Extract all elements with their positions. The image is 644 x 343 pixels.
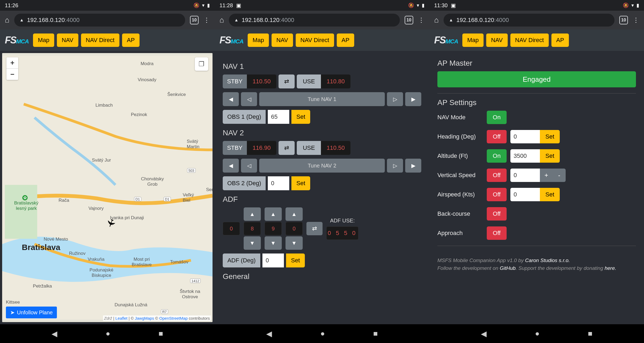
heading-input[interactable]: 0: [510, 130, 540, 143]
vs-input[interactable]: 0: [510, 169, 540, 182]
layers-button[interactable]: ❐: [195, 57, 208, 71]
vs-minus-button[interactable]: -: [553, 169, 566, 182]
zoom-out-button[interactable]: −: [6, 69, 18, 80]
tab-map[interactable]: Map: [248, 33, 269, 47]
heading-set-button[interactable]: Set: [540, 130, 560, 143]
battery-icon: ▮: [422, 2, 425, 8]
caron-link[interactable]: Caron Studios s.r.o.: [525, 258, 570, 263]
osm-link[interactable]: OpenStreetMap: [159, 316, 188, 320]
nav1-fine-down-button[interactable]: ◁: [241, 92, 257, 106]
home-nav-icon[interactable]: ●: [320, 329, 325, 338]
airspeed-toggle[interactable]: Off: [487, 188, 507, 201]
adf-d1-down-button[interactable]: ▼: [244, 236, 261, 250]
map-content[interactable]: Modra Vinosady Šenkvice Limbach Pezinok …: [0, 51, 215, 324]
url-field[interactable]: ▲ 192.168.0.120:4000: [229, 14, 400, 27]
adf-d3-down-button[interactable]: ▼: [286, 236, 303, 250]
airspeed-set-button[interactable]: Set: [540, 188, 560, 201]
tab-count[interactable]: 10: [190, 16, 199, 24]
recents-icon[interactable]: ■: [588, 329, 592, 338]
jawg-link[interactable]: JawgMaps: [135, 316, 154, 320]
map-label: Nové Mesto: [44, 237, 68, 242]
menu-dots-icon[interactable]: ⋮: [633, 16, 639, 24]
url-field[interactable]: ▲ 192.168.0.120:4000: [14, 14, 185, 27]
adf-d2-down-button[interactable]: ▼: [265, 236, 282, 250]
altitude-toggle[interactable]: On: [487, 149, 507, 163]
android-navbar: ◀ ● ■: [0, 324, 215, 343]
tab-nav-direct[interactable]: NAV Direct: [296, 33, 334, 47]
menu-dots-icon[interactable]: ⋮: [203, 16, 210, 24]
nav2-swap-button[interactable]: ⇄: [279, 141, 295, 155]
nav2-fine-down-button[interactable]: ◁: [241, 159, 257, 173]
obs2-set-button[interactable]: Set: [291, 176, 310, 190]
adf-swap-button[interactable]: ⇄: [306, 222, 323, 235]
tab-nav[interactable]: NAV: [486, 33, 508, 47]
navmode-toggle[interactable]: On: [487, 111, 507, 124]
github-link[interactable]: GitHub: [500, 265, 515, 271]
adf-d2-up-button[interactable]: ▲: [265, 207, 282, 221]
clock: 11:30: [434, 2, 448, 9]
obs1-set-button[interactable]: Set: [291, 110, 310, 124]
recents-icon[interactable]: ■: [159, 329, 163, 338]
tab-nav[interactable]: NAV: [272, 33, 293, 47]
warning-icon: ▲: [234, 18, 239, 23]
adf-set-button[interactable]: Set: [286, 253, 305, 267]
nav2-fine-up-button[interactable]: ▷: [387, 159, 403, 173]
adf-d1-up-button[interactable]: ▲: [244, 207, 261, 221]
back-icon[interactable]: ◀: [481, 329, 487, 338]
tab-count[interactable]: 10: [405, 16, 413, 24]
adf-deg-input[interactable]: 0: [262, 253, 284, 267]
adf-digit-2: 9: [265, 222, 282, 235]
browser-url-bar: ⌂ ▲ 192.168.0.120:4000 10 ⋮: [215, 11, 429, 29]
nav1-coarse-down-button[interactable]: ◀: [223, 92, 239, 106]
map-label: Vinosady: [138, 77, 156, 83]
ap-engaged-button[interactable]: Engaged: [437, 71, 636, 87]
nav2-coarse-up-button[interactable]: ▶: [405, 159, 421, 173]
tab-nav-direct[interactable]: NAV Direct: [510, 33, 549, 47]
nav1-fine-up-button[interactable]: ▷: [387, 92, 403, 106]
nav2-coarse-down-button[interactable]: ◀: [223, 159, 239, 173]
zoom-in-button[interactable]: +: [6, 57, 18, 69]
home-icon[interactable]: ⌂: [219, 16, 224, 24]
map-attribution: Zdrž | Leaflet | © JawgMaps © OpenStreet…: [103, 315, 211, 321]
tab-map[interactable]: Map: [462, 33, 484, 47]
road-badge: 1412: [190, 279, 201, 283]
tab-ap[interactable]: AP: [122, 33, 140, 47]
back-icon[interactable]: ◀: [52, 329, 57, 338]
menu-dots-icon[interactable]: ⋮: [418, 16, 425, 24]
leaflet-link[interactable]: Leaflet: [115, 316, 127, 320]
unfollow-plane-button[interactable]: ➤ Unfollow Plane: [6, 307, 57, 318]
home-icon[interactable]: ⌂: [434, 16, 439, 24]
tab-ap[interactable]: AP: [551, 33, 569, 47]
location-icon: ➤: [10, 309, 15, 316]
obs1-input[interactable]: 65: [268, 110, 289, 124]
tab-ap[interactable]: AP: [337, 33, 354, 47]
altitude-set-button[interactable]: Set: [540, 149, 560, 163]
recents-icon[interactable]: ■: [373, 329, 378, 338]
home-icon[interactable]: ⌂: [5, 16, 9, 24]
altitude-input[interactable]: 3500: [510, 149, 540, 163]
obs2-input[interactable]: 0: [268, 176, 289, 190]
clock: 11:26: [5, 2, 18, 9]
home-nav-icon[interactable]: ●: [535, 329, 540, 338]
general-title: General: [223, 272, 421, 281]
tab-nav-direct[interactable]: NAV Direct: [81, 33, 119, 47]
airspeed-input[interactable]: 0: [510, 188, 540, 201]
map-label: Vrakuňa: [88, 257, 105, 262]
heading-toggle[interactable]: Off: [487, 130, 507, 143]
back-icon[interactable]: ◀: [266, 329, 272, 338]
backcourse-toggle[interactable]: Off: [487, 207, 507, 221]
tab-nav[interactable]: NAV: [57, 33, 78, 47]
vs-plus-button[interactable]: +: [540, 169, 553, 182]
approach-toggle[interactable]: Off: [487, 226, 507, 240]
url-field[interactable]: ▲ 192.168.0.120:4000: [444, 14, 614, 27]
tab-count[interactable]: 10: [619, 16, 628, 24]
donate-link[interactable]: here.: [605, 265, 616, 271]
vs-toggle[interactable]: Off: [487, 169, 507, 182]
ap-settings-title: AP Settings: [437, 98, 636, 107]
adf-d3-up-button[interactable]: ▲: [286, 207, 303, 221]
nav1-coarse-up-button[interactable]: ▶: [405, 92, 421, 106]
road-badge: 503: [187, 168, 196, 173]
home-nav-icon[interactable]: ●: [106, 329, 110, 338]
nav1-swap-button[interactable]: ⇄: [279, 74, 295, 88]
tab-map[interactable]: Map: [33, 33, 54, 47]
